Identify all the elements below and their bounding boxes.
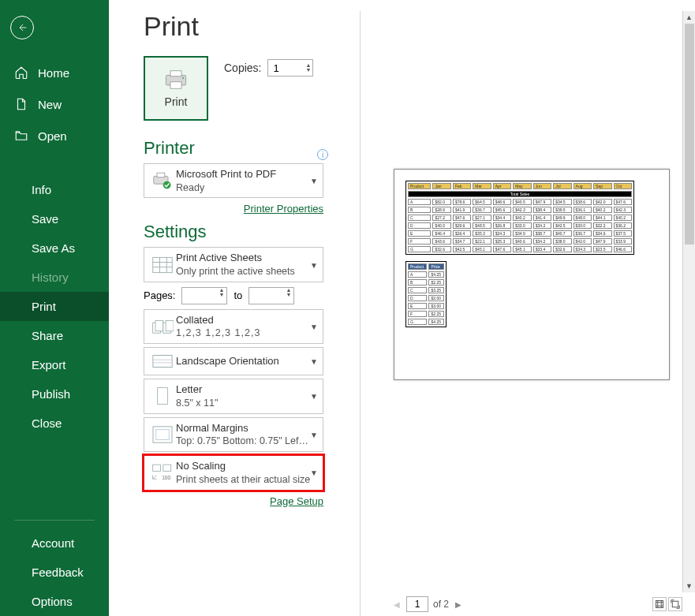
printer-selector[interactable]: Microsoft Print to PDF Ready ▼ <box>144 163 323 198</box>
sidebar-item-close[interactable]: Close <box>0 409 109 438</box>
back-button[interactable] <box>10 16 34 39</box>
printer-ready-icon <box>151 171 174 190</box>
scroll-thumb[interactable] <box>685 24 694 245</box>
collation-selector[interactable]: Collated 1,2,3 1,2,3 1,2,3 ▼ <box>144 309 323 344</box>
show-margins-button[interactable] <box>652 597 667 611</box>
sidebar-item-share[interactable]: Share <box>0 321 109 350</box>
svg-rect-5 <box>157 173 165 177</box>
svg-rect-13 <box>158 388 168 405</box>
margins-sub: Top: 0.75" Bottom: 0.75" Lef… <box>176 435 318 448</box>
sidebar-item-label: Home <box>38 66 69 80</box>
sidebar-item-home[interactable]: Home <box>0 57 109 88</box>
printer-status: Ready <box>176 181 318 195</box>
sidebar-item-account[interactable]: Account <box>0 528 109 558</box>
copies-spinner[interactable]: ▲▼ <box>267 59 313 77</box>
svg-rect-17 <box>163 465 171 471</box>
sidebar-item-publish[interactable]: Publish <box>0 379 109 409</box>
landscape-icon <box>151 352 174 371</box>
page-of-label: of 2 <box>433 599 449 610</box>
svg-point-6 <box>163 181 171 189</box>
printer-icon <box>163 69 189 91</box>
zoom-page-icon <box>671 599 680 609</box>
svg-rect-7 <box>153 257 173 272</box>
collation-seq: 1,2,3 1,2,3 1,2,3 <box>176 327 318 340</box>
sidebar-divider <box>14 520 95 521</box>
pages-from-spinner[interactable]: ▲▼ <box>181 287 227 304</box>
scaling-sub: Print sheets at their actual size <box>176 473 318 487</box>
margins-toggle-icon <box>655 599 664 609</box>
sidebar-item-new[interactable]: New <box>0 88 109 120</box>
open-folder-icon <box>14 129 28 143</box>
printer-info-icon[interactable]: i <box>317 149 328 160</box>
paper-sub: 8.5" x 11" <box>176 397 318 410</box>
chevron-down-icon: ▼ <box>310 430 318 439</box>
pages-to-label: to <box>234 289 242 301</box>
margins-icon <box>151 425 174 444</box>
preview-scrollbar-vertical[interactable]: ▲ ▼ <box>682 11 695 592</box>
margins-selector[interactable]: Normal Margins Top: 0.75" Bottom: 0.75" … <box>144 417 323 452</box>
svg-rect-1 <box>170 71 181 77</box>
home-icon <box>14 65 28 80</box>
scaling-selector[interactable]: 100 No Scaling Print sheets at their act… <box>144 455 323 490</box>
printer-name: Microsoft Print to PDF <box>176 167 318 181</box>
chevron-down-icon: ▼ <box>310 323 318 331</box>
prev-page-button[interactable]: ◀ <box>392 599 402 610</box>
print-preview-pane: ▲ ▼ ProductJanFebMarAprMayJunJulAugSepOc… <box>360 11 695 616</box>
sidebar-item-open[interactable]: Open <box>0 120 109 151</box>
sheets-icon <box>151 256 174 274</box>
backstage-sidebar: Home New Open Info Save Save As History … <box>0 0 109 616</box>
zoom-to-page-button[interactable] <box>668 597 682 611</box>
sidebar-item-info[interactable]: Info <box>0 175 109 204</box>
sidebar-item-history: History <box>0 263 109 292</box>
page-title: Print <box>144 11 328 42</box>
sidebar-item-label: Open <box>38 129 67 143</box>
paper-title: Letter <box>176 383 318 397</box>
chevron-down-icon: ▼ <box>310 177 318 185</box>
svg-rect-11 <box>166 321 174 331</box>
pages-to-spinner[interactable]: ▲▼ <box>248 287 294 304</box>
sidebar-item-feedback[interactable]: Feedback <box>0 558 109 587</box>
svg-rect-19 <box>656 601 663 608</box>
collation-title: Collated <box>176 313 318 327</box>
paper-size-selector[interactable]: Letter 8.5" x 11" ▼ <box>144 379 323 413</box>
main-content: Print Print Copies: ▲▼ <box>109 0 695 616</box>
paper-icon <box>151 386 174 405</box>
svg-rect-16 <box>153 465 161 471</box>
printer-properties-link[interactable]: Printer Properties <box>244 203 323 215</box>
sidebar-item-export[interactable]: Export <box>0 350 109 379</box>
sidebar-item-saveas[interactable]: Save As <box>0 233 109 263</box>
page-setup-link[interactable]: Page Setup <box>270 495 323 507</box>
print-what-selector[interactable]: Print Active Sheets Only print the activ… <box>144 247 323 282</box>
scroll-down-icon[interactable]: ▼ <box>683 580 695 592</box>
pages-label: Pages: <box>144 289 175 301</box>
back-arrow-icon <box>17 22 28 33</box>
svg-rect-12 <box>153 356 172 368</box>
chevron-down-icon: ▼ <box>310 469 318 477</box>
new-doc-icon <box>14 97 28 111</box>
svg-rect-20 <box>672 601 678 607</box>
print-what-sub: Only print the active sheets <box>176 265 318 278</box>
scaling-title: No Scaling <box>176 459 318 473</box>
settings-heading: Settings <box>144 222 328 242</box>
copies-label: Copies: <box>224 62 261 74</box>
sidebar-item-options[interactable]: Options <box>0 587 109 616</box>
next-page-button[interactable]: ▶ <box>454 599 463 610</box>
print-button-label: Print <box>165 95 188 108</box>
copies-input[interactable] <box>268 62 300 74</box>
margins-title: Normal Margins <box>176 421 318 435</box>
scaling-icon: 100 <box>151 463 174 482</box>
svg-rect-9 <box>155 321 163 331</box>
orientation-title: Landscape Orientation <box>176 354 318 368</box>
scroll-up-icon[interactable]: ▲ <box>683 11 695 24</box>
orientation-selector[interactable]: Landscape Orientation ▼ <box>144 347 323 375</box>
svg-point-3 <box>182 77 184 79</box>
print-button[interactable]: Print <box>144 56 208 121</box>
svg-text:100: 100 <box>162 475 170 480</box>
chevron-down-icon: ▼ <box>310 392 318 401</box>
current-page-input[interactable] <box>406 596 428 612</box>
preview-sheet: ProductJanFebMarAprMayJunJulAugSepOct To… <box>394 169 670 380</box>
chevron-down-icon: ▼ <box>310 357 318 366</box>
sidebar-item-print[interactable]: Print <box>0 292 109 321</box>
sidebar-item-save[interactable]: Save <box>0 204 109 233</box>
svg-rect-2 <box>170 82 181 88</box>
